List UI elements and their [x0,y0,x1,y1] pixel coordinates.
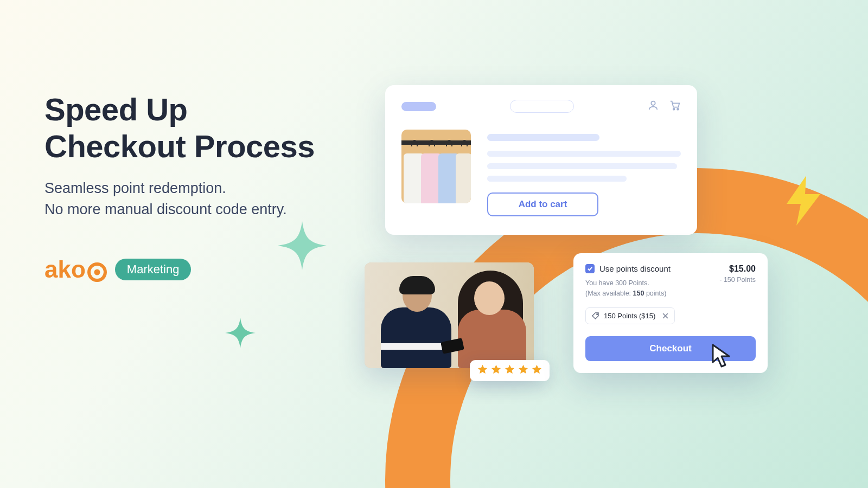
account-icon[interactable] [647,99,659,113]
checkbox-checked-icon[interactable] [585,264,595,273]
header-icons [647,99,681,113]
points-max-text: (Max available: 150 points) [585,288,671,299]
star-icon [477,364,488,377]
product-thumbnail [401,130,471,203]
hero-subhead-line1: Seamless point redemption. [44,180,226,196]
star-icon [504,364,515,377]
points-meta: You have 300 Points. (Max available: 150… [585,278,671,299]
brand-mark-icon [87,262,107,282]
cursor-icon [711,343,736,372]
rating-chip [470,360,550,381]
brand-badge: Marketing [115,259,192,280]
hero-subhead: Seamless point redemption. No more manua… [44,178,287,220]
store-logo-placeholder [401,102,436,111]
checkout-price: $15.00 [719,264,756,274]
sparkle-icon [225,318,256,348]
svg-point-5 [597,313,598,314]
star-icon [490,364,502,377]
svg-point-4 [677,108,679,110]
svg-point-3 [673,108,675,110]
add-to-cart-button[interactable]: Add to cart [487,192,598,216]
brand-logo: ako [44,256,107,283]
points-balance-text: You have 300 Points. [585,278,671,288]
product-card-body: Add to cart [401,130,681,216]
lightning-icon [782,175,826,229]
hero-subhead-line2: No more manual discount code entry. [44,201,287,217]
product-info: Add to cart [487,130,681,216]
brand-lockup: ako Marketing [44,256,191,283]
sparkle-icon [278,221,327,270]
product-card-header [401,99,681,113]
star-icon [531,364,542,377]
svg-point-2 [651,101,655,105]
star-icon [518,364,529,377]
search-input-placeholder[interactable] [510,100,574,113]
hero-headline: Speed Up Checkout Process [44,91,315,165]
use-points-checkbox-row[interactable]: Use points discount [585,264,671,273]
lifestyle-photo-card [365,262,534,368]
applied-discount-chip[interactable]: 150 Points ($15) [585,307,675,324]
hero-headline-line1: Speed Up [44,92,188,127]
tag-icon [591,312,599,320]
checkout-price-sub: - 150 Points [719,276,756,284]
hero-headline-line2: Checkout Process [44,129,315,164]
checkout-card: Use points discount You have 300 Points.… [573,253,768,373]
remove-discount-icon[interactable] [662,312,669,319]
discount-chip-label: 150 Points ($15) [604,312,655,320]
use-points-label: Use points discount [599,264,671,273]
product-desc-placeholder [487,151,681,157]
product-title-placeholder [487,134,599,141]
brand-name-text: ako [44,256,86,283]
product-desc-placeholder [487,163,677,169]
svg-point-1 [94,269,100,275]
product-card: Add to cart [385,85,697,235]
cart-icon[interactable] [669,99,681,113]
marketing-hero-canvas: Speed Up Checkout Process Seamless point… [0,0,868,488]
product-desc-placeholder [487,176,627,182]
